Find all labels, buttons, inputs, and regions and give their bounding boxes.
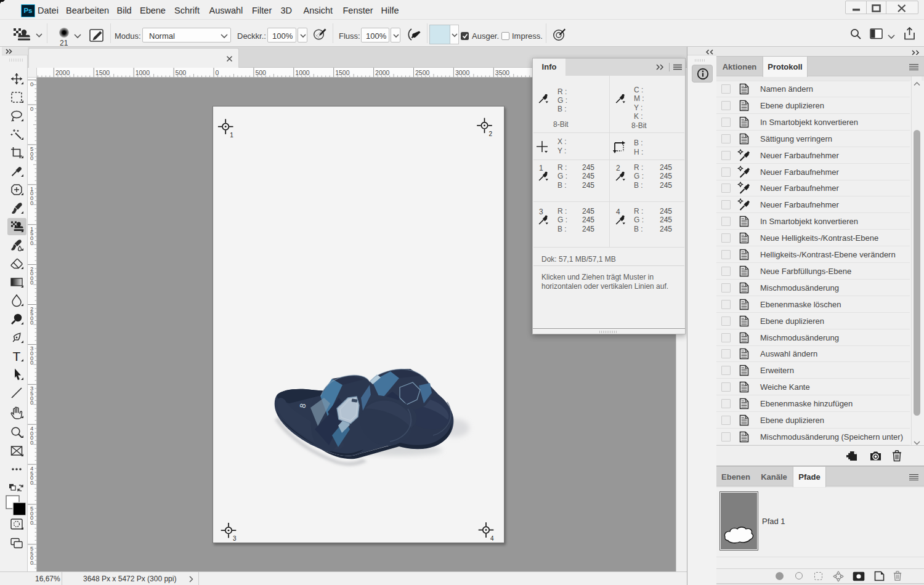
svg-text:0: 0 xyxy=(30,240,33,246)
svg-text:0: 0 xyxy=(30,200,33,206)
svg-text:0: 0 xyxy=(30,81,33,87)
svg-text:0: 0 xyxy=(30,479,33,486)
svg-text:0: 0 xyxy=(30,559,33,566)
svg-text:4: 4 xyxy=(490,535,494,542)
svg-text:2500: 2500 xyxy=(415,69,430,76)
svg-text:0: 0 xyxy=(30,105,33,112)
svg-text:0: 0 xyxy=(30,279,33,286)
svg-text:T: T xyxy=(13,349,21,363)
svg-text:3500: 3500 xyxy=(495,69,510,76)
svg-text:2: 2 xyxy=(489,131,493,137)
svg-text:1500: 1500 xyxy=(95,69,110,76)
svg-text:1500: 1500 xyxy=(335,69,350,76)
svg-text:2000: 2000 xyxy=(55,69,70,76)
svg-text:0: 0 xyxy=(30,155,33,161)
svg-text:0: 0 xyxy=(30,399,33,406)
svg-text:1: 1 xyxy=(230,132,233,139)
svg-text:4: 4 xyxy=(616,208,620,216)
svg-text:0: 0 xyxy=(216,69,219,76)
svg-text:500: 500 xyxy=(255,69,266,76)
svg-text:0: 0 xyxy=(30,359,33,366)
svg-text:0: 0 xyxy=(30,439,33,446)
svg-text:3: 3 xyxy=(539,208,543,216)
svg-text:1: 1 xyxy=(539,164,543,172)
svg-text:2: 2 xyxy=(616,164,620,172)
svg-text:1000: 1000 xyxy=(295,69,310,76)
svg-text:0: 0 xyxy=(30,519,33,526)
svg-text:3000: 3000 xyxy=(455,69,470,76)
svg-text:3: 3 xyxy=(233,535,237,542)
svg-text:0: 0 xyxy=(30,319,33,326)
svg-text:2000: 2000 xyxy=(375,69,390,76)
svg-text:500: 500 xyxy=(176,69,187,76)
svg-text:1000: 1000 xyxy=(136,69,150,76)
